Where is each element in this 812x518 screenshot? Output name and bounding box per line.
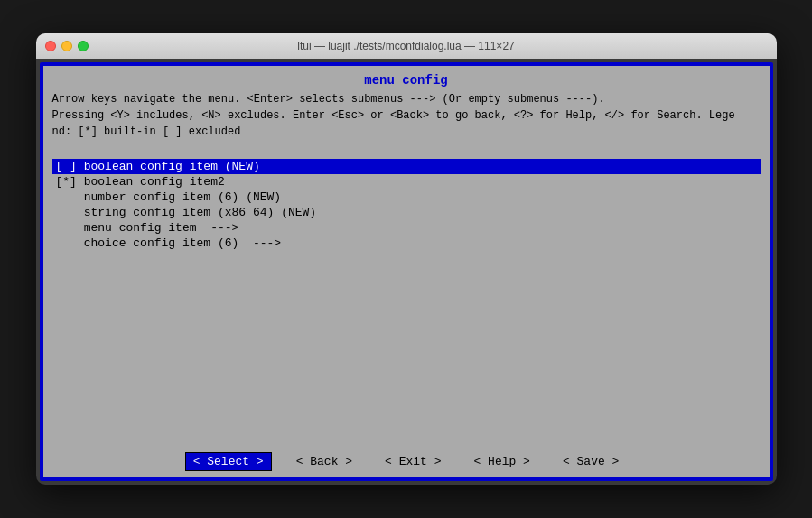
menu-item[interactable]: [*] boolean config item2 [52,174,761,190]
mac-window: ltui — luajit ./tests/mconfdialog.lua — … [36,33,777,485]
menu-list: [ ] boolean config item (NEW)[*] boolean… [52,159,761,439]
menu-config-title: menu config [52,73,761,88]
instructions-line3: nd: [*] built-in [ ] excluded [52,125,241,138]
menu-item[interactable]: choice config item (6) ---> [52,236,761,251]
title-bar: ltui — luajit ./tests/mconfdialog.lua — … [36,33,777,59]
action-button[interactable]: < Help > [467,453,537,470]
instructions-line2: Pressing <Y> includes, <N> excludes. Ent… [52,109,735,122]
maximize-button[interactable] [78,41,89,51]
action-button[interactable]: < Back > [289,453,359,470]
menu-item[interactable]: string config item (x86_64) (NEW) [52,205,761,220]
menu-item[interactable]: menu config item ---> [52,220,761,236]
action-button[interactable]: < Select > [186,453,271,470]
menu-item[interactable]: number config item (6) (NEW) [52,190,761,205]
close-button[interactable] [45,41,56,51]
instructions-line1: Arrow keys navigate the menu. <Enter> se… [52,93,605,106]
instructions: Arrow keys navigate the menu. <Enter> se… [52,91,761,140]
menu-item[interactable]: [ ] boolean config item (NEW) [52,159,761,174]
terminal-body: menu config Arrow keys navigate the menu… [40,62,773,481]
window-title: ltui — luajit ./tests/mconfdialog.lua — … [297,40,514,52]
divider [52,153,761,153]
button-bar: < Select >< Back >< Exit >< Help >< Save… [52,448,761,470]
action-button[interactable]: < Exit > [378,453,448,470]
minimize-button[interactable] [61,41,72,51]
action-button[interactable]: < Save > [555,453,626,470]
traffic-lights [45,41,89,51]
